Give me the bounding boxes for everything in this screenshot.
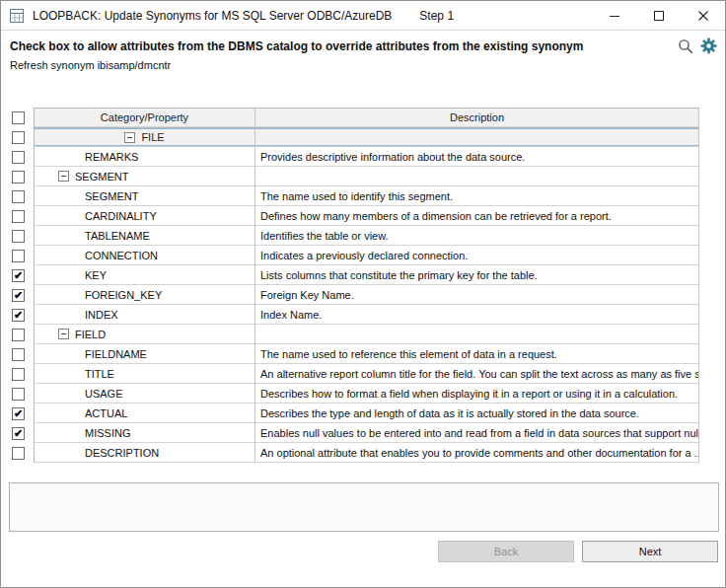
table-row[interactable]: FILE bbox=[9, 127, 699, 147]
row-checkbox[interactable]: ✔ bbox=[12, 269, 25, 282]
description-cell: Index Name. bbox=[255, 305, 699, 325]
table-row[interactable]: ✔FOREIGN_KEYForeign Key Name. bbox=[9, 285, 699, 305]
table-row[interactable]: ✔INDEXIndex Name. bbox=[9, 305, 699, 325]
header-checkbox[interactable] bbox=[12, 111, 25, 124]
row-checkbox[interactable] bbox=[12, 131, 25, 144]
description-cell: Defines how many members of a dimension … bbox=[255, 206, 699, 226]
checkbox-cell bbox=[9, 206, 34, 226]
table-row[interactable]: FIELDNAMEThe name used to reference this… bbox=[9, 344, 699, 364]
header-checkbox-cell bbox=[9, 108, 34, 127]
category-cell[interactable]: REMARKS bbox=[35, 147, 255, 167]
table-row[interactable]: USAGEDescribes how to format a field whe… bbox=[9, 384, 699, 404]
row-checkbox[interactable]: ✔ bbox=[12, 309, 25, 322]
row-checkbox[interactable] bbox=[12, 171, 25, 184]
table-row[interactable]: ✔MISSINGEnables null values to be entere… bbox=[9, 423, 699, 443]
table-row[interactable]: ✔KEYLists columns that constitute the pr… bbox=[9, 265, 699, 285]
collapse-icon[interactable] bbox=[124, 132, 135, 143]
header-icons bbox=[677, 37, 717, 54]
description-cell bbox=[255, 127, 699, 147]
window-controls bbox=[592, 1, 725, 30]
row-checkbox[interactable] bbox=[12, 388, 25, 401]
table-row[interactable]: TABLENAMEIdentifies the table or view. bbox=[9, 226, 699, 246]
row-checkbox[interactable] bbox=[12, 348, 25, 361]
checkbox-cell: ✔ bbox=[9, 285, 34, 305]
table-row[interactable]: CARDINALITYDefines how many members of a… bbox=[9, 206, 699, 226]
row-checkbox[interactable]: ✔ bbox=[12, 427, 25, 440]
back-button[interactable]: Back bbox=[438, 541, 574, 562]
description-cell: Identifies the table or view. bbox=[255, 226, 699, 246]
category-cell[interactable]: FILE bbox=[35, 127, 255, 147]
checkbox-cell bbox=[9, 443, 34, 463]
description-cell: An alternative report column title for t… bbox=[255, 364, 699, 384]
maximize-icon[interactable] bbox=[636, 1, 681, 30]
category-cell[interactable]: DESCRIPTION bbox=[35, 443, 255, 463]
table-row[interactable]: REMARKSProvides descriptive information … bbox=[9, 147, 699, 167]
table-row[interactable]: FIELD bbox=[9, 325, 699, 344]
category-cell[interactable]: USAGE bbox=[35, 384, 255, 404]
category-label: TABLENAME bbox=[85, 230, 150, 242]
window-title: LOOPBACK: Update Synonyms for MS SQL Ser… bbox=[33, 9, 392, 23]
row-checkbox[interactable] bbox=[12, 151, 25, 164]
table-row[interactable]: TITLEAn alternative report column title … bbox=[9, 364, 699, 384]
category-label: REMARKS bbox=[85, 151, 138, 163]
table-row[interactable]: CONNECTIONIndicates a previously declare… bbox=[9, 246, 699, 265]
category-cell[interactable]: FIELD bbox=[35, 325, 255, 344]
row-checkbox[interactable] bbox=[12, 368, 25, 381]
description-cell: Provides descriptive information about t… bbox=[255, 147, 699, 167]
row-checkbox[interactable] bbox=[12, 447, 25, 460]
refresh-synonym-text: Refresh synonym ibisamp/dmcntr bbox=[10, 59, 171, 71]
category-cell[interactable]: ACTUAL bbox=[35, 404, 255, 423]
collapse-icon[interactable] bbox=[58, 329, 69, 339]
category-cell[interactable]: FOREIGN_KEY bbox=[35, 285, 255, 305]
table-body: FILEREMARKSProvides descriptive informat… bbox=[9, 127, 699, 463]
category-cell[interactable]: CARDINALITY bbox=[35, 206, 255, 226]
description-cell: Indicates a previously declared connecti… bbox=[255, 246, 699, 265]
category-cell[interactable]: SEGMENT bbox=[35, 167, 255, 186]
minimize-icon[interactable] bbox=[592, 1, 636, 30]
checkbox-cell bbox=[9, 325, 34, 344]
category-label: CONNECTION bbox=[85, 250, 158, 261]
checkbox-cell bbox=[9, 147, 34, 167]
row-checkbox[interactable] bbox=[12, 210, 25, 223]
column-header-description[interactable]: Description bbox=[255, 108, 699, 127]
search-icon[interactable] bbox=[677, 37, 693, 54]
row-checkbox[interactable] bbox=[12, 230, 25, 243]
checkbox-cell bbox=[9, 364, 34, 384]
table-row[interactable]: SEGMENT bbox=[9, 167, 699, 186]
category-cell[interactable]: CONNECTION bbox=[35, 246, 255, 265]
description-cell: Lists columns that constitute the primar… bbox=[255, 265, 699, 285]
category-label: ACTUAL bbox=[85, 407, 127, 419]
category-cell[interactable]: KEY bbox=[35, 265, 255, 285]
collapse-icon[interactable] bbox=[58, 171, 69, 182]
window-step: Step 1 bbox=[419, 9, 454, 23]
category-cell[interactable]: MISSING bbox=[35, 423, 255, 443]
category-label: SEGMENT bbox=[85, 190, 138, 202]
description-cell bbox=[255, 325, 699, 344]
category-cell[interactable]: TITLE bbox=[35, 364, 255, 384]
table-row[interactable]: SEGMENTThe name used to identify this se… bbox=[9, 186, 699, 206]
gear-icon[interactable] bbox=[700, 37, 717, 54]
category-cell[interactable]: TABLENAME bbox=[35, 226, 255, 246]
row-checkbox[interactable] bbox=[12, 190, 25, 203]
column-header-category[interactable]: Category/Property bbox=[35, 108, 255, 127]
checkbox-cell: ✔ bbox=[9, 404, 34, 423]
description-cell: The name used to identify this segment. bbox=[255, 186, 699, 206]
row-checkbox[interactable]: ✔ bbox=[12, 407, 25, 420]
row-checkbox[interactable] bbox=[12, 329, 25, 341]
table-row[interactable]: DESCRIPTIONAn optional attribute that en… bbox=[9, 443, 699, 463]
table-row[interactable]: ✔ACTUALDescribes the type and length of … bbox=[9, 404, 699, 423]
category-cell[interactable]: FIELDNAME bbox=[35, 344, 255, 364]
category-label: INDEX bbox=[85, 309, 118, 321]
category-label: DESCRIPTION bbox=[85, 447, 159, 459]
message-panel bbox=[9, 482, 719, 532]
checkbox-cell bbox=[9, 246, 34, 265]
row-checkbox[interactable]: ✔ bbox=[12, 289, 25, 302]
description-cell: The name used to reference this element … bbox=[255, 344, 699, 364]
category-cell[interactable]: SEGMENT bbox=[35, 186, 255, 206]
header: Check box to allow attributes from the D… bbox=[1, 31, 725, 100]
next-button[interactable]: Next bbox=[582, 541, 718, 562]
checkbox-cell bbox=[9, 384, 34, 404]
category-cell[interactable]: INDEX bbox=[35, 305, 255, 325]
row-checkbox[interactable] bbox=[12, 250, 25, 262]
close-icon[interactable] bbox=[681, 1, 725, 30]
